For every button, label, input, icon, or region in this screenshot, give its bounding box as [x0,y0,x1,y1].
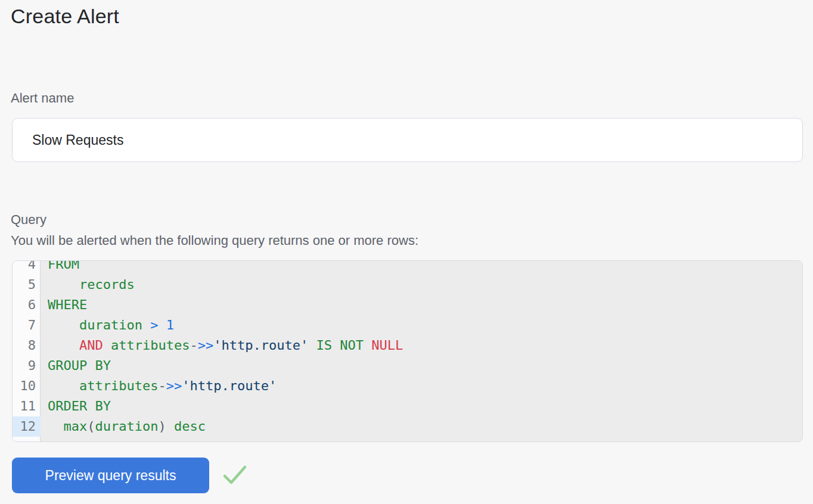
code-text: FROM [41,260,802,275]
code-line[interactable]: 11ORDER BY [13,396,802,416]
code-line[interactable]: 8 AND attributes->>'http.route' IS NOT N… [13,335,802,356]
code-text: ORDER BY [41,396,802,416]
query-description: You will be alerted when the following q… [11,233,418,248]
line-number: 4 [13,260,41,275]
code-line[interactable]: 5 records [13,275,802,295]
code-line[interactable]: 9GROUP BY [13,356,802,376]
code-text: duration > 1 [41,315,802,335]
code-line[interactable]: 6WHERE [13,295,802,315]
code-editor-content: 4FROM5 records6WHERE7 duration > 18 AND … [13,260,802,437]
code-text: records [41,275,802,295]
line-number: 11 [13,396,41,416]
line-number: 6 [13,295,41,315]
code-line[interactable]: 4FROM [13,260,802,275]
query-label: Query [11,212,46,228]
line-number: 5 [13,275,41,295]
query-valid-check-icon [222,463,248,487]
alert-name-input[interactable] [12,118,803,162]
page-title: Create Alert [11,5,119,28]
code-text: AND attributes->>'http.route' IS NOT NUL… [41,335,802,356]
line-number: 8 [13,335,41,356]
preview-query-results-button[interactable]: Preview query results [12,458,209,493]
line-number: 12 [13,416,41,437]
alert-name-label: Alert name [11,91,74,106]
code-line[interactable]: 10 attributes->>'http.route' [13,376,802,396]
code-line[interactable]: 12 max(duration) desc [13,416,802,437]
code-text: WHERE [41,295,802,315]
code-text: GROUP BY [41,356,802,376]
code-text: attributes->>'http.route' [41,376,802,396]
code-line[interactable]: 7 duration > 1 [13,315,802,335]
line-number: 9 [13,356,41,376]
create-alert-page: Create Alert Alert name Query You will b… [0,0,813,504]
code-text: max(duration) desc [41,416,802,437]
sql-query-editor[interactable]: 4FROM5 records6WHERE7 duration > 18 AND … [12,260,803,442]
line-number: 10 [13,376,41,396]
line-number: 7 [13,315,41,335]
